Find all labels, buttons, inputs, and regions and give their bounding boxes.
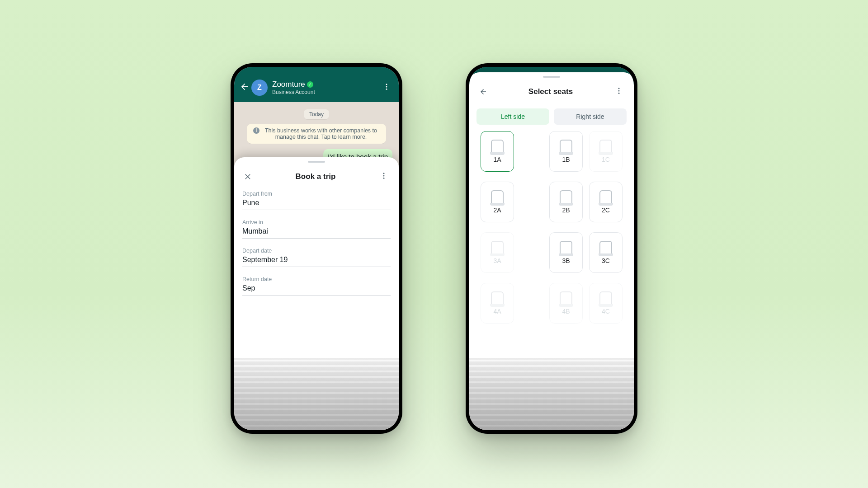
sheet-menu-icon[interactable] (611, 83, 627, 100)
date-pill: Today (304, 109, 329, 119)
seat-2c[interactable]: 2C (589, 182, 623, 222)
svg-point-2 (386, 89, 387, 90)
seat-2b[interactable]: 2B (549, 182, 583, 222)
seat-select-sheet: Select seats Left side Right side 1A1B1C… (469, 72, 634, 430)
seat-icon (491, 190, 504, 204)
aisle-gap (520, 182, 543, 222)
seat-label: 1B (562, 156, 570, 163)
svg-point-9 (618, 88, 620, 89)
field-value: Mumbai (242, 227, 391, 239)
sheet-grabber[interactable] (308, 161, 325, 163)
seat-icon (599, 140, 612, 153)
info-icon: i (253, 127, 259, 134)
system-notice[interactable]: i This business works with other compani… (247, 124, 386, 144)
phone-seat-select: Z Zoomture Select seats (466, 63, 637, 434)
seat-icon (599, 190, 612, 204)
svg-point-1 (386, 86, 387, 88)
field-label: Return date (242, 276, 391, 282)
seat-label: 3A (493, 257, 501, 264)
seat-label: 2A (493, 206, 501, 214)
tab-right-side[interactable]: Right side (554, 108, 627, 125)
chat-header: Z Zoomture Business Account (234, 67, 399, 102)
seat-icon (560, 190, 572, 204)
seat-label: 4C (602, 308, 610, 315)
business-subtitle: Business Account (272, 89, 379, 95)
seat-1c: 1C (589, 131, 623, 172)
seat-3a: 3A (481, 232, 514, 273)
seat-1b[interactable]: 1B (549, 131, 583, 172)
trip-form-sheet: Book a trip Depart from Pune Arrive in M… (234, 157, 399, 430)
svg-point-5 (383, 178, 385, 179)
system-notice-text: This business works with other companies… (262, 127, 380, 140)
svg-point-11 (618, 93, 620, 94)
sheet-title: Book a trip (255, 172, 376, 181)
field-label: Depart date (242, 248, 391, 254)
svg-point-10 (618, 90, 620, 92)
arrive-in-field[interactable]: Arrive in Mumbai (242, 219, 391, 239)
seat-grid: 1A1B1C2A2B2C3A3B3C4A4B4C (469, 131, 634, 324)
screen: Z Zoomture Business Account Today i This… (234, 67, 399, 430)
field-label: Arrive in (242, 219, 391, 225)
seat-3b[interactable]: 3B (549, 232, 583, 273)
field-label: Depart from (242, 191, 391, 197)
seat-icon (491, 140, 504, 153)
seat-3c[interactable]: 3C (589, 232, 623, 273)
field-value: Sep (242, 284, 391, 296)
seat-2a[interactable]: 2A (481, 182, 514, 222)
seat-icon (599, 241, 612, 254)
tab-left-side[interactable]: Left side (476, 108, 549, 125)
svg-point-4 (383, 175, 385, 177)
return-date-field[interactable]: Return date Sep (242, 276, 391, 296)
seat-label: 2B (562, 206, 570, 214)
sheet-back-icon[interactable] (476, 85, 490, 99)
seat-icon (560, 140, 572, 153)
side-tabs: Left side Right side (469, 106, 634, 131)
aisle-gap (520, 232, 543, 273)
seat-label: 1A (493, 156, 501, 163)
avatar[interactable]: Z (251, 80, 268, 96)
seat-icon (560, 291, 572, 305)
field-value: September 19 (242, 256, 391, 267)
field-value: Pune (242, 199, 391, 210)
menu-icon[interactable] (379, 79, 394, 96)
svg-point-0 (386, 84, 387, 85)
depart-from-field[interactable]: Depart from Pune (242, 191, 391, 210)
close-icon[interactable] (241, 170, 255, 183)
business-name: Zoomture (272, 80, 305, 89)
trip-form: Depart from Pune Arrive in Mumbai Depart… (234, 191, 399, 305)
back-icon[interactable] (239, 79, 251, 96)
svg-point-3 (383, 173, 385, 174)
aisle-gap (520, 283, 543, 324)
seat-4c: 4C (589, 283, 623, 324)
seat-label: 1C (602, 156, 610, 163)
seat-1a[interactable]: 1A (481, 131, 514, 172)
screen: Z Zoomture Select seats (469, 67, 634, 430)
seat-4b: 4B (549, 283, 583, 324)
seat-label: 3B (562, 257, 570, 264)
seat-label: 3C (602, 257, 610, 264)
depart-date-field[interactable]: Depart date September 19 (242, 248, 391, 267)
sheet-title: Select seats (490, 87, 611, 96)
sheet-grabber[interactable] (543, 76, 560, 78)
seat-label: 4B (562, 308, 570, 315)
seat-icon (560, 241, 572, 254)
seat-icon (599, 291, 612, 305)
seat-label: 4A (493, 308, 501, 315)
seat-4a: 4A (481, 283, 514, 324)
aisle-gap (520, 131, 543, 172)
header-text[interactable]: Zoomture Business Account (272, 80, 379, 95)
seat-icon (491, 241, 504, 254)
verified-badge-icon (307, 81, 313, 88)
sheet-menu-icon[interactable] (376, 168, 392, 185)
seat-label: 2C (602, 206, 610, 214)
phone-trip-form: Z Zoomture Business Account Today i This… (231, 63, 402, 434)
seat-icon (491, 291, 504, 305)
